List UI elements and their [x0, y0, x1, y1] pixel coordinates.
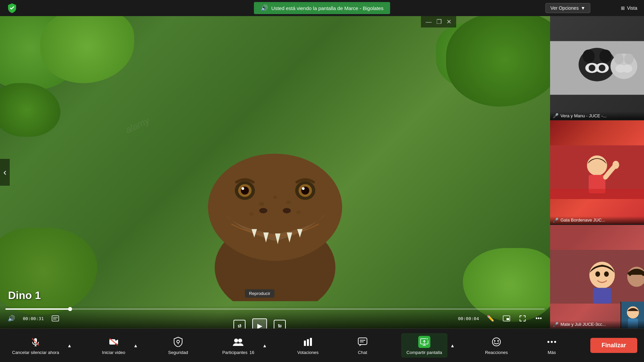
bottom-toolbar: Cancelar silenciar ahora ▲ Iniciar video…	[0, 328, 644, 362]
participant-thumb-vera[interactable]: 🎤 Vera y Manu - JUCE -...	[550, 16, 644, 120]
vera-name: Vera y Manu - JUCE -...	[560, 113, 606, 118]
gala-label: 🎤 Gala Bordenave JUC...	[550, 216, 644, 224]
grid-icon: ⊞	[621, 5, 625, 11]
participants-panel: 🎤 Vera y Manu - JUCE -...	[550, 16, 644, 328]
forward-30-button[interactable]: ↻30	[274, 320, 286, 328]
video-controls-row: 🔊 00:00:31 Reproducir	[5, 312, 545, 324]
more-section: Más	[537, 333, 567, 358]
more-options-button[interactable]: •••	[533, 312, 545, 324]
share-screen-options-chevron[interactable]: ▲	[449, 343, 456, 348]
fullscreen-button[interactable]	[517, 312, 529, 324]
svg-rect-40	[550, 41, 644, 95]
volume-button[interactable]: 🔊	[5, 312, 17, 324]
svg-point-20	[249, 212, 254, 216]
video-section: Iniciar video ▲	[97, 333, 139, 358]
voting-chart-icon	[302, 336, 314, 348]
gala-mic-off-icon: 🎤	[553, 218, 558, 223]
cancel-mute-button[interactable]: Cancelar silenciar ahora	[7, 333, 64, 358]
video-area: — ❐ ✕ alamy alamy	[0, 16, 550, 328]
start-video-label: Iniciar video	[102, 350, 125, 355]
video-off-icon	[108, 336, 120, 348]
annotate-pencil-button[interactable]: ✏️	[484, 312, 496, 324]
chat-label: Chat	[358, 350, 367, 355]
audio-section: Cancelar silenciar ahora ▲	[7, 333, 73, 358]
audio-options-chevron[interactable]: ▲	[66, 343, 73, 348]
svg-point-44	[612, 161, 619, 169]
security-shield-icon	[172, 336, 184, 348]
participants-button[interactable]: Participantes 16	[217, 333, 260, 358]
svg-point-61	[177, 340, 179, 343]
end-meeting-button[interactable]: Finalizar	[590, 338, 637, 353]
chat-section: Chat	[347, 333, 378, 358]
mini-player-button[interactable]	[500, 312, 513, 324]
time-elapsed: 00:00:31	[23, 316, 44, 321]
watermark-1: alamy	[124, 115, 151, 136]
reactions-label: Reacciones	[485, 350, 508, 355]
security-button[interactable]: Seguridad	[163, 333, 193, 358]
mate-mic-off-icon: 🎤	[553, 322, 558, 327]
window-controls: — ❐ ✕	[421, 16, 456, 27]
svg-point-11	[283, 208, 291, 213]
dropdown-arrow-icon: ▼	[581, 5, 585, 11]
svg-point-1	[208, 154, 342, 261]
more-label: Más	[548, 350, 556, 355]
reproducir-tooltip: Reproducir	[245, 289, 274, 298]
chat-bubble-icon	[357, 336, 369, 348]
mate-name: Mate y Juli JUCE-3cc...	[560, 322, 606, 327]
participant-thumb-mate[interactable]: 🎤 Mate y Juli JUCE-3cc...	[550, 225, 644, 328]
participants-section: Participantes 16 ▲	[217, 333, 268, 358]
mate-label: 🎤 Mate y Juli JUCE-3cc...	[550, 320, 644, 328]
participants-icon	[232, 336, 244, 348]
svg-point-76	[497, 340, 499, 342]
svg-rect-67	[310, 338, 312, 346]
svg-point-79	[554, 341, 556, 343]
cancel-mute-label: Cancelar silenciar ahora	[12, 350, 59, 355]
reactions-button[interactable]: Reacciones	[480, 333, 513, 358]
svg-point-19	[273, 195, 277, 199]
participant-thumb-gala[interactable]: 🎤 Gala Bordenave JUC...	[550, 120, 644, 224]
svg-rect-68	[358, 338, 367, 345]
share-screen-button[interactable]: Compartir pantalla	[401, 333, 447, 358]
start-video-button[interactable]: Iniciar video	[97, 333, 130, 358]
video-title-label: Dino 1	[8, 289, 41, 302]
svg-point-18	[286, 200, 291, 204]
video-controls-overlay: 🔊 00:00:31 Reproducir	[0, 306, 550, 328]
participants-options-chevron[interactable]: ▲	[261, 343, 268, 348]
restore-button[interactable]: ❐	[434, 17, 444, 26]
svg-rect-65	[304, 341, 306, 346]
svg-point-49	[604, 271, 609, 277]
svg-rect-59	[109, 339, 115, 345]
more-button[interactable]: Más	[537, 333, 567, 358]
speaker-icon: 🔊	[261, 4, 268, 12]
svg-rect-50	[593, 288, 611, 303]
vista-button[interactable]: ⊞ Vista	[621, 5, 637, 11]
video-options-chevron[interactable]: ▲	[132, 343, 139, 348]
screen-share-banner: 🔊 Usted está viendo la pantalla de Marce…	[254, 2, 390, 14]
leaf-decor-2	[40, 16, 134, 83]
rewind-10-button[interactable]: ↺10	[233, 320, 246, 328]
nav-left-button[interactable]: ‹	[0, 159, 10, 186]
progress-bar[interactable]	[5, 308, 545, 310]
close-button[interactable]: ✕	[444, 17, 453, 26]
vera-video	[550, 16, 644, 120]
svg-point-64	[238, 339, 242, 343]
play-pause-button[interactable]: ▶	[252, 318, 267, 328]
dino-scene: alamy alamy	[0, 16, 550, 328]
video-playback-controls: ↺10 ▶ ↻30	[233, 318, 286, 328]
progress-handle[interactable]	[68, 307, 72, 311]
share-screen-section: Compartir pantalla ▲	[401, 333, 456, 358]
svg-rect-66	[307, 339, 309, 346]
subtitles-button[interactable]	[49, 312, 61, 324]
chat-button[interactable]: Chat	[347, 333, 378, 358]
voting-button[interactable]: Votaciones	[292, 333, 324, 358]
minimize-button[interactable]: —	[424, 17, 434, 26]
svg-point-75	[494, 340, 495, 342]
banner-text: Usted está viendo la pantalla de Marce -…	[271, 5, 383, 11]
ver-opciones-button[interactable]: Ver Opciones ▼	[545, 3, 590, 13]
svg-point-5	[241, 187, 244, 190]
voting-label: Votaciones	[297, 350, 319, 355]
ver-opciones-label: Ver Opciones	[550, 5, 579, 11]
svg-rect-22	[52, 316, 59, 321]
progress-fill	[5, 308, 70, 310]
leaf-decor-5	[0, 228, 97, 315]
